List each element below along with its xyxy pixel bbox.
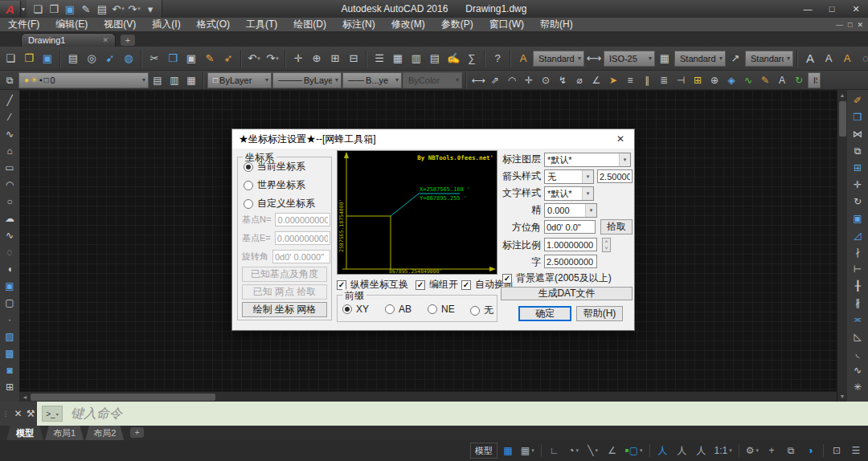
help-button[interactable]: 帮助(H) bbox=[576, 306, 623, 321]
multileader-style-select[interactable]: Standard▾ bbox=[745, 51, 793, 67]
draw-construction-line-icon[interactable]: ⁄ bbox=[2, 108, 18, 125]
dim-break-icon[interactable]: ⊣ bbox=[673, 72, 689, 88]
prefix-ne-radio[interactable]: NE bbox=[428, 304, 455, 315]
maximize-icon[interactable]: □ bbox=[820, 0, 844, 18]
menu-view[interactable]: 视图(V) bbox=[96, 18, 144, 31]
dim-style-icon[interactable]: ⟷ bbox=[585, 50, 603, 67]
dim-radius-icon[interactable]: ⊙ bbox=[538, 72, 554, 88]
menu-edit[interactable]: 编辑(E) bbox=[47, 18, 96, 31]
array-icon[interactable]: ⊞ bbox=[850, 159, 866, 176]
base-n-field[interactable] bbox=[275, 213, 330, 226]
new-tab-button[interactable]: + bbox=[121, 35, 135, 46]
markup-icon[interactable]: ✍ bbox=[444, 50, 462, 67]
close-icon[interactable]: ✕ bbox=[844, 0, 868, 18]
scroll-left-icon[interactable]: ◄ bbox=[19, 394, 31, 400]
isolate-objects-icon[interactable]: ⧉ bbox=[782, 443, 800, 459]
draw-line-icon[interactable]: ╱ bbox=[2, 92, 18, 108]
modify-copy-icon[interactable]: ❐ bbox=[850, 108, 866, 125]
arrow-style-select[interactable]: 无▾ bbox=[544, 169, 594, 184]
grid-display-icon[interactable]: ▦ bbox=[499, 443, 517, 459]
autocad-logo-icon[interactable]: A bbox=[0, 1, 21, 17]
layer-properties-icon[interactable]: ⧉ bbox=[2, 72, 18, 88]
fillet-icon[interactable]: ◟ bbox=[850, 345, 866, 361]
insert-block-icon[interactable]: ▣ bbox=[2, 277, 18, 294]
rotate-icon[interactable]: ↻ bbox=[850, 193, 866, 210]
draw-rectangle-icon[interactable]: ▭ bbox=[2, 159, 18, 176]
dim-jog-line-icon[interactable]: ∿ bbox=[740, 72, 756, 88]
spinner-up-icon[interactable]: ˄ bbox=[603, 239, 610, 245]
command-prompt-icon[interactable]: >_▾ bbox=[42, 406, 63, 422]
annotation-scale-icon[interactable]: 人 bbox=[693, 443, 710, 459]
drawing-canvas[interactable]: ★坐标标注设置★--[网蜂工具箱] ✕ 坐标系 当前坐标系 世界坐标系 bbox=[19, 90, 837, 402]
plot-preview-icon[interactable]: ◎ bbox=[83, 50, 100, 67]
copy-icon[interactable]: ❒ bbox=[164, 50, 182, 67]
quick-dimension-icon[interactable]: ➤ bbox=[605, 72, 621, 88]
match-properties-icon[interactable]: ✎ bbox=[201, 50, 219, 67]
undo-icon[interactable]: ↶ bbox=[245, 50, 263, 67]
azimuth-field[interactable] bbox=[544, 220, 596, 234]
plot-icon[interactable]: ▤ bbox=[64, 50, 82, 67]
qat-save-icon[interactable]: ▣ bbox=[62, 0, 78, 18]
web-icon[interactable]: ◍ bbox=[120, 50, 137, 67]
draw-point-icon[interactable]: ∙ bbox=[2, 311, 18, 328]
known-base-angle-button[interactable]: 已知基点及角度 bbox=[242, 267, 327, 282]
isometric-drafting-icon[interactable]: ╲▾ bbox=[584, 443, 602, 459]
dim-aligned-icon[interactable]: ⇗ bbox=[487, 72, 503, 88]
qat-undo-icon[interactable]: ↶ bbox=[110, 0, 126, 18]
sheet-set-manager-icon[interactable]: ▤ bbox=[426, 50, 444, 67]
draw-circle-icon[interactable]: ○ bbox=[2, 193, 18, 210]
dialog-title-bar[interactable]: ★坐标标注设置★--[网蜂工具箱] ✕ bbox=[232, 129, 634, 149]
object-snap-tracking-icon[interactable]: ∠ bbox=[604, 443, 621, 459]
zoom-previous-icon[interactable]: ⊟ bbox=[345, 50, 362, 67]
dim-scale-field[interactable] bbox=[544, 238, 597, 251]
annotation-visibility-icon[interactable]: 人 bbox=[654, 443, 672, 459]
extend-icon[interactable]: ⊢ bbox=[850, 260, 866, 277]
horizontal-scrollbar[interactable]: ◄ bbox=[19, 391, 837, 402]
layer-select[interactable]: ● ☀ ▪ □ 0 ▾ bbox=[18, 72, 149, 88]
break-icon[interactable]: ∦ bbox=[850, 294, 866, 311]
linetype-select[interactable]: ———ByLayer▾ bbox=[272, 72, 342, 88]
dim-text-edit-icon[interactable]: A bbox=[774, 72, 790, 88]
pan-icon[interactable]: ✛ bbox=[289, 50, 307, 67]
dialog-close-icon[interactable]: ✕ bbox=[613, 133, 628, 145]
gradient-icon[interactable]: ▩ bbox=[2, 345, 18, 361]
doc-restore-icon[interactable]: □ bbox=[848, 21, 852, 29]
customization-menu-icon[interactable]: ☰ bbox=[847, 443, 865, 459]
command-close-icon[interactable]: ✕ bbox=[14, 408, 23, 419]
text-cursor-icon[interactable]: A bbox=[820, 50, 837, 67]
dim-tolerance-icon[interactable]: ⊞ bbox=[690, 72, 706, 88]
menu-format[interactable]: 格式(O) bbox=[189, 18, 238, 31]
save-icon[interactable]: ▣ bbox=[39, 50, 56, 67]
command-input[interactable] bbox=[63, 406, 868, 421]
erase-icon[interactable]: ✐ bbox=[850, 92, 866, 108]
tool-palettes-icon[interactable]: ▥ bbox=[407, 50, 425, 67]
clean-screen-icon[interactable]: ⊡ bbox=[828, 443, 845, 459]
quick-select-icon[interactable]: ➶ bbox=[219, 50, 237, 67]
minimize-icon[interactable]: — bbox=[796, 0, 820, 18]
dim-spacing-icon[interactable]: ≣ bbox=[656, 72, 672, 88]
tab-model[interactable]: 模型 bbox=[6, 426, 43, 440]
horizontal-scroll-thumb[interactable] bbox=[31, 394, 215, 401]
zoom-window-icon[interactable]: ⊞ bbox=[326, 50, 344, 67]
qat-new-icon[interactable]: ❏ bbox=[30, 0, 46, 18]
stretch-icon[interactable]: ◿ bbox=[850, 226, 866, 243]
dim-continue-icon[interactable]: ∥ bbox=[639, 72, 655, 88]
base-e-field[interactable] bbox=[275, 231, 330, 245]
precision-select[interactable]: 0.000▾ bbox=[544, 203, 597, 218]
cut-icon[interactable]: ✂ bbox=[145, 50, 163, 67]
dim-center-mark-icon[interactable]: ⊕ bbox=[706, 72, 723, 88]
annotation-autoscale-icon[interactable]: 人 bbox=[674, 443, 691, 459]
file-tab-drawing1[interactable]: Drawing1 ✕ bbox=[21, 33, 116, 47]
dim-ordinate-icon[interactable]: ✛ bbox=[521, 72, 537, 88]
publish-icon[interactable]: ➹ bbox=[101, 50, 119, 67]
explode-icon[interactable]: ✳ bbox=[850, 378, 866, 395]
dim-inspection-icon[interactable]: ◈ bbox=[723, 72, 739, 88]
paste-icon[interactable]: ▣ bbox=[182, 50, 200, 67]
command-customize-wrench-icon[interactable]: ⚒ bbox=[27, 408, 35, 419]
make-block-icon[interactable]: ▢ bbox=[2, 294, 18, 311]
group-on-checkbox[interactable]: ✓ 编组开 bbox=[416, 278, 458, 292]
zoom-realtime-icon[interactable]: ⊕ bbox=[308, 50, 326, 67]
draw-arc-icon[interactable]: ◠ bbox=[2, 176, 18, 193]
menu-insert[interactable]: 插入(I) bbox=[144, 18, 188, 31]
dim-arc-length-icon[interactable]: ◠ bbox=[504, 72, 520, 88]
